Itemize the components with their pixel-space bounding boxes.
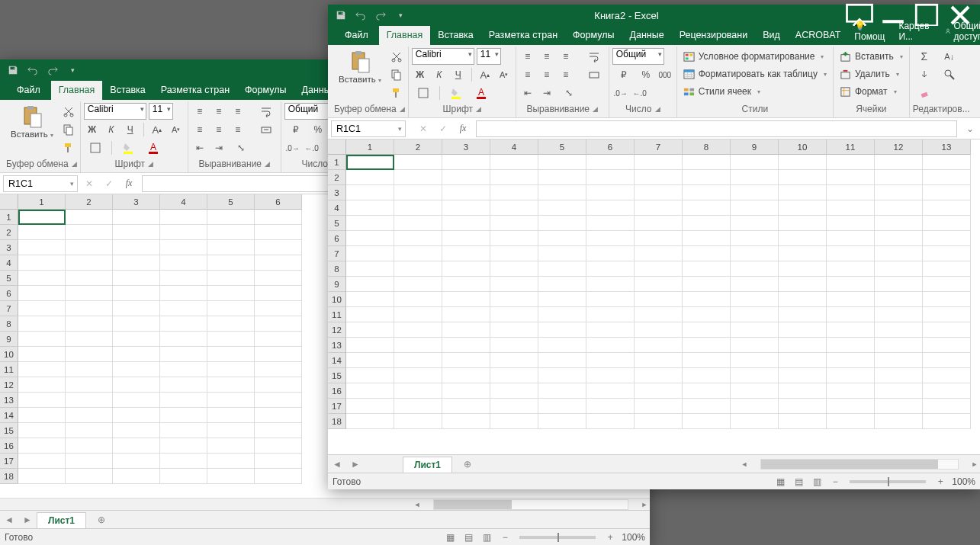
cell[interactable] [779, 277, 827, 292]
cell[interactable] [586, 277, 635, 292]
cell[interactable] [255, 255, 302, 271]
cell[interactable] [113, 469, 160, 484]
cell[interactable] [827, 185, 875, 200]
cell[interactable] [346, 399, 394, 414]
cell[interactable] [18, 393, 66, 408]
cell[interactable] [442, 322, 490, 338]
scroll-thumb[interactable] [761, 460, 938, 469]
row-header[interactable]: 11 [0, 362, 18, 377]
cell[interactable] [490, 383, 538, 399]
cell[interactable] [160, 408, 207, 423]
cell[interactable] [346, 216, 394, 231]
zoom-out-icon[interactable]: − [828, 476, 842, 488]
italic-icon[interactable]: К [103, 121, 120, 138]
cell[interactable] [394, 353, 442, 368]
cell[interactable] [731, 383, 779, 399]
cell[interactable] [394, 322, 442, 338]
cell[interactable] [731, 353, 779, 368]
cell[interactable] [490, 216, 538, 231]
cell[interactable] [255, 362, 302, 377]
sort-filter-icon[interactable]: A↓ [938, 48, 961, 65]
cell[interactable] [779, 338, 827, 353]
cell[interactable] [160, 469, 207, 484]
cell[interactable] [346, 261, 394, 277]
cell[interactable] [731, 414, 779, 429]
row-header[interactable]: 14 [328, 353, 346, 368]
cell[interactable] [255, 332, 302, 347]
cell[interactable] [635, 246, 683, 261]
cell[interactable] [538, 246, 586, 261]
cell[interactable] [442, 261, 490, 277]
cell[interactable] [875, 277, 923, 292]
cell[interactable] [779, 185, 827, 200]
cell[interactable] [346, 170, 394, 185]
sheet-tab[interactable]: Лист1 [37, 512, 86, 528]
merge-cells-icon[interactable] [583, 66, 606, 83]
row-header[interactable]: 12 [0, 377, 18, 393]
cell[interactable] [394, 292, 442, 307]
cell[interactable] [18, 469, 66, 484]
cell[interactable] [586, 353, 635, 368]
cell[interactable] [731, 231, 779, 246]
cell[interactable] [255, 225, 302, 240]
cell[interactable] [586, 383, 635, 399]
cell[interactable] [207, 469, 255, 484]
cell[interactable] [442, 368, 490, 383]
cell[interactable] [490, 414, 538, 429]
cell[interactable] [635, 231, 683, 246]
cell[interactable] [113, 301, 160, 316]
undo-icon[interactable] [23, 61, 43, 79]
comma-icon[interactable]: 000 [657, 66, 673, 83]
row-header[interactable]: 18 [328, 414, 346, 429]
format-as-table-button[interactable]: Форматировать как таблицу [680, 66, 830, 82]
cell[interactable] [18, 347, 66, 362]
cell[interactable] [731, 185, 779, 200]
cell[interactable] [490, 322, 538, 338]
cell[interactable] [394, 261, 442, 277]
cell[interactable] [827, 292, 875, 307]
cell[interactable] [635, 170, 683, 185]
cell[interactable] [779, 261, 827, 277]
cell[interactable] [394, 277, 442, 292]
align-top-icon[interactable]: ≡ [191, 103, 208, 120]
cell[interactable] [442, 185, 490, 200]
cell[interactable] [779, 307, 827, 322]
row-header[interactable]: 5 [328, 216, 346, 231]
format-painter-icon[interactable] [60, 139, 77, 156]
cell[interactable] [207, 316, 255, 332]
cell[interactable] [490, 338, 538, 353]
qat-customize-icon[interactable]: ▾ [63, 61, 82, 79]
cell[interactable] [160, 316, 207, 332]
add-sheet-icon[interactable]: ⊕ [458, 456, 477, 473]
scroll-right-icon[interactable]: ► [969, 459, 980, 470]
cell[interactable] [394, 155, 442, 170]
cell[interactable] [779, 414, 827, 429]
column-header[interactable]: 7 [635, 139, 683, 155]
cell[interactable] [66, 255, 113, 271]
row-header[interactable]: 6 [328, 231, 346, 246]
cell[interactable] [442, 292, 490, 307]
row-header[interactable]: 16 [0, 438, 18, 454]
align-top-icon[interactable]: ≡ [519, 48, 536, 65]
select-all-corner[interactable] [0, 194, 18, 210]
add-sheet-icon[interactable]: ⊕ [92, 511, 111, 528]
cell[interactable] [731, 399, 779, 414]
cell[interactable] [586, 322, 635, 338]
cell[interactable] [635, 414, 683, 429]
cell[interactable] [394, 216, 442, 231]
cell[interactable] [207, 438, 255, 454]
cell[interactable] [683, 185, 731, 200]
cell[interactable] [442, 246, 490, 261]
cell[interactable] [635, 292, 683, 307]
cell[interactable] [66, 393, 113, 408]
cell[interactable] [490, 368, 538, 383]
cell[interactable] [875, 170, 923, 185]
indent-increase-icon[interactable]: ⇥ [538, 85, 555, 101]
column-header[interactable]: 2 [66, 194, 113, 210]
zoom-level[interactable]: 100% [622, 532, 645, 543]
cell[interactable] [923, 307, 971, 322]
cell[interactable] [731, 322, 779, 338]
cell[interactable] [538, 338, 586, 353]
cell[interactable] [779, 368, 827, 383]
cell[interactable] [346, 200, 394, 216]
